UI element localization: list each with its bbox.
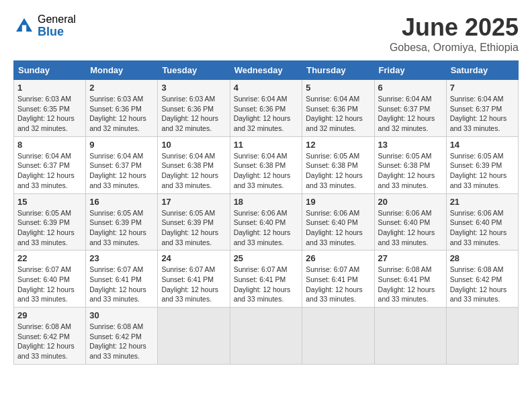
calendar-day-cell: 17Sunrise: 6:05 AMSunset: 6:39 PMDayligh… [158, 193, 230, 250]
day-number: 24 [161, 253, 226, 263]
day-info: Sunrise: 6:07 AMSunset: 6:41 PMDaylight:… [306, 265, 370, 304]
calendar-header-thursday: Thursday [302, 61, 374, 80]
day-info: Sunrise: 6:05 AMSunset: 6:39 PMDaylight:… [450, 151, 515, 191]
day-info: Sunrise: 6:07 AMSunset: 6:40 PMDaylight:… [17, 265, 82, 304]
calendar-day-cell: 5Sunrise: 6:04 AMSunset: 6:36 PMDaylight… [302, 80, 374, 137]
day-number: 13 [378, 140, 443, 150]
day-number: 26 [306, 253, 370, 263]
day-info: Sunrise: 6:03 AMSunset: 6:36 PMDaylight:… [161, 94, 226, 134]
day-number: 18 [234, 197, 299, 207]
calendar-day-cell: 10Sunrise: 6:04 AMSunset: 6:38 PMDayligh… [158, 136, 230, 193]
title-area: June 2025 Gobesa, Oromiya, Ethiopia [390, 13, 519, 54]
calendar-day-cell: 27Sunrise: 6:08 AMSunset: 6:41 PMDayligh… [374, 250, 446, 308]
calendar-day-cell [230, 308, 302, 365]
day-info: Sunrise: 6:08 AMSunset: 6:42 PMDaylight:… [17, 322, 82, 361]
day-info: Sunrise: 6:08 AMSunset: 6:41 PMDaylight:… [378, 265, 443, 304]
day-info: Sunrise: 6:07 AMSunset: 6:41 PMDaylight:… [161, 265, 226, 304]
calendar-day-cell: 16Sunrise: 6:05 AMSunset: 6:39 PMDayligh… [86, 193, 158, 250]
day-info: Sunrise: 6:03 AMSunset: 6:36 PMDaylight:… [89, 94, 154, 134]
day-info: Sunrise: 6:05 AMSunset: 6:39 PMDaylight:… [89, 208, 154, 248]
calendar-table: SundayMondayTuesdayWednesdayThursdayFrid… [13, 60, 519, 365]
calendar-day-cell: 18Sunrise: 6:06 AMSunset: 6:40 PMDayligh… [230, 193, 302, 250]
day-info: Sunrise: 6:05 AMSunset: 6:38 PMDaylight:… [306, 151, 370, 191]
location-title: Gobesa, Oromiya, Ethiopia [390, 42, 519, 54]
calendar-day-cell: 3Sunrise: 6:03 AMSunset: 6:36 PMDaylight… [158, 80, 230, 137]
month-title: June 2025 [390, 13, 519, 42]
day-info: Sunrise: 6:07 AMSunset: 6:41 PMDaylight:… [89, 265, 154, 304]
logo-text: General Blue [38, 13, 76, 38]
day-number: 5 [306, 83, 370, 93]
calendar-day-cell: 21Sunrise: 6:06 AMSunset: 6:40 PMDayligh… [446, 193, 518, 250]
logo: General Blue [13, 13, 76, 38]
calendar-day-cell: 9Sunrise: 6:04 AMSunset: 6:37 PMDaylight… [86, 136, 158, 193]
day-number: 16 [89, 197, 154, 207]
svg-rect-1 [22, 25, 26, 32]
day-number: 29 [17, 310, 82, 320]
calendar-day-cell [158, 308, 230, 365]
day-number: 22 [17, 253, 82, 263]
day-number: 8 [17, 140, 82, 150]
day-info: Sunrise: 6:04 AMSunset: 6:36 PMDaylight:… [234, 94, 299, 134]
calendar-day-cell: 26Sunrise: 6:07 AMSunset: 6:41 PMDayligh… [302, 250, 374, 308]
day-number: 15 [17, 197, 82, 207]
day-number: 19 [306, 197, 370, 207]
calendar-day-cell [374, 308, 446, 365]
day-info: Sunrise: 6:04 AMSunset: 6:37 PMDaylight:… [378, 94, 443, 134]
calendar-day-cell: 25Sunrise: 6:07 AMSunset: 6:41 PMDayligh… [230, 250, 302, 308]
day-number: 21 [450, 197, 515, 207]
calendar-day-cell [446, 308, 518, 365]
calendar-day-cell: 13Sunrise: 6:05 AMSunset: 6:38 PMDayligh… [374, 136, 446, 193]
day-number: 23 [89, 253, 154, 263]
calendar-day-cell: 7Sunrise: 6:04 AMSunset: 6:37 PMDaylight… [446, 80, 518, 137]
calendar-header-row: SundayMondayTuesdayWednesdayThursdayFrid… [14, 61, 519, 80]
calendar-week-row: 15Sunrise: 6:05 AMSunset: 6:39 PMDayligh… [14, 193, 519, 250]
day-info: Sunrise: 6:04 AMSunset: 6:36 PMDaylight:… [306, 94, 370, 134]
day-info: Sunrise: 6:04 AMSunset: 6:37 PMDaylight:… [450, 94, 515, 134]
day-info: Sunrise: 6:04 AMSunset: 6:38 PMDaylight:… [161, 151, 226, 191]
day-info: Sunrise: 6:06 AMSunset: 6:40 PMDaylight:… [234, 208, 299, 248]
day-number: 30 [89, 310, 154, 320]
day-number: 1 [17, 83, 82, 93]
calendar-header-sunday: Sunday [14, 61, 86, 80]
calendar-header-wednesday: Wednesday [230, 61, 302, 80]
logo-icon [13, 15, 35, 37]
day-info: Sunrise: 6:05 AMSunset: 6:39 PMDaylight:… [161, 208, 226, 248]
calendar-week-row: 1Sunrise: 6:03 AMSunset: 6:35 PMDaylight… [14, 80, 519, 137]
day-info: Sunrise: 6:03 AMSunset: 6:35 PMDaylight:… [17, 94, 82, 134]
calendar-body: 1Sunrise: 6:03 AMSunset: 6:35 PMDaylight… [14, 80, 519, 365]
day-info: Sunrise: 6:04 AMSunset: 6:38 PMDaylight:… [234, 151, 299, 191]
logo-blue: Blue [38, 26, 76, 39]
calendar-day-cell: 11Sunrise: 6:04 AMSunset: 6:38 PMDayligh… [230, 136, 302, 193]
day-number: 11 [234, 140, 299, 150]
day-number: 20 [378, 197, 443, 207]
calendar-day-cell [302, 308, 374, 365]
calendar-header-saturday: Saturday [446, 61, 518, 80]
calendar-day-cell: 6Sunrise: 6:04 AMSunset: 6:37 PMDaylight… [374, 80, 446, 137]
day-number: 14 [450, 140, 515, 150]
calendar-day-cell: 4Sunrise: 6:04 AMSunset: 6:36 PMDaylight… [230, 80, 302, 137]
calendar-header-friday: Friday [374, 61, 446, 80]
calendar-day-cell: 28Sunrise: 6:08 AMSunset: 6:42 PMDayligh… [446, 250, 518, 308]
calendar-day-cell: 12Sunrise: 6:05 AMSunset: 6:38 PMDayligh… [302, 136, 374, 193]
day-number: 12 [306, 140, 370, 150]
calendar-day-cell: 24Sunrise: 6:07 AMSunset: 6:41 PMDayligh… [158, 250, 230, 308]
day-number: 25 [234, 253, 299, 263]
day-number: 28 [450, 253, 515, 263]
day-info: Sunrise: 6:04 AMSunset: 6:37 PMDaylight:… [89, 151, 154, 191]
day-number: 4 [234, 83, 299, 93]
calendar-day-cell: 14Sunrise: 6:05 AMSunset: 6:39 PMDayligh… [446, 136, 518, 193]
day-info: Sunrise: 6:06 AMSunset: 6:40 PMDaylight:… [450, 208, 515, 248]
day-number: 2 [89, 83, 154, 93]
day-info: Sunrise: 6:07 AMSunset: 6:41 PMDaylight:… [234, 265, 299, 304]
day-info: Sunrise: 6:06 AMSunset: 6:40 PMDaylight:… [306, 208, 370, 248]
calendar-day-cell: 30Sunrise: 6:08 AMSunset: 6:42 PMDayligh… [86, 308, 158, 365]
calendar-header-monday: Monday [86, 61, 158, 80]
calendar-day-cell: 20Sunrise: 6:06 AMSunset: 6:40 PMDayligh… [374, 193, 446, 250]
day-number: 17 [161, 197, 226, 207]
calendar-week-row: 8Sunrise: 6:04 AMSunset: 6:37 PMDaylight… [14, 136, 519, 193]
day-number: 3 [161, 83, 226, 93]
calendar-day-cell: 1Sunrise: 6:03 AMSunset: 6:35 PMDaylight… [14, 80, 86, 137]
page-header: General Blue June 2025 Gobesa, Oromiya, … [13, 13, 519, 54]
calendar-week-row: 22Sunrise: 6:07 AMSunset: 6:40 PMDayligh… [14, 250, 519, 308]
calendar-day-cell: 19Sunrise: 6:06 AMSunset: 6:40 PMDayligh… [302, 193, 374, 250]
